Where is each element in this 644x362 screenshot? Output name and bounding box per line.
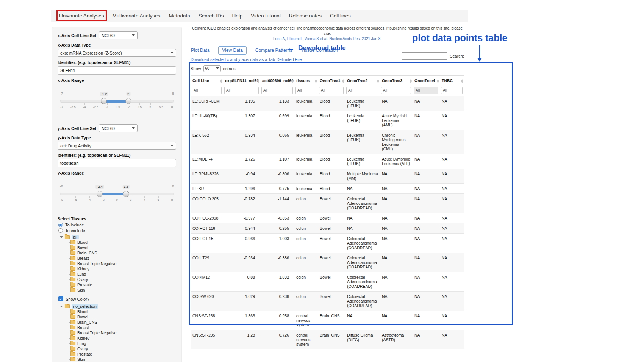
tree-item[interactable]: Prostate — [66, 282, 176, 287]
table-row[interactable]: CO:HCC-2998 -0.977 -0.853 colon Bowel NA… — [191, 213, 464, 223]
tree-root-no-selection[interactable]: no_selection — [60, 304, 176, 309]
show-color-checkbox[interactable]: Show Color? — [58, 296, 176, 301]
tree-item[interactable]: Breast — [66, 256, 176, 261]
column-filter-input[interactable] — [319, 87, 344, 94]
data-points-table: Cell LineexpSLFN11_nci60act609699_nci60t… — [191, 75, 464, 349]
table-row[interactable]: CO:HT29 -0.934 -0.386 colon Bowel Colore… — [191, 253, 464, 272]
nav-tab[interactable]: Video tutorial — [251, 13, 281, 19]
table-row[interactable]: LE:SR 1.296 0.775 leukemia Blood NA NA N… — [191, 183, 464, 193]
tree-item[interactable]: Blood — [66, 309, 176, 314]
column-header[interactable]: OncoTree2 — [345, 75, 380, 86]
column-filter-input[interactable] — [441, 87, 463, 94]
tree-item[interactable]: Brain_CNS — [66, 320, 176, 325]
column-filter-input[interactable] — [261, 87, 293, 94]
sort-icon[interactable] — [291, 79, 294, 83]
table-row[interactable]: CO:KM12 -0.88 -1.032 colon Bowel Colorec… — [191, 272, 464, 291]
column-header[interactable]: expSLFN11_nci60 — [223, 75, 260, 86]
search-input[interactable] — [402, 52, 447, 60]
x-cell-line-set-select[interactable]: NCI-60 — [99, 31, 138, 39]
sort-icon[interactable] — [377, 79, 379, 83]
tree-item[interactable]: Skin — [66, 287, 176, 293]
sort-icon[interactable] — [410, 79, 412, 83]
oncotree4-cell: NA — [413, 111, 440, 130]
nav-tab[interactable]: Help — [232, 13, 242, 19]
y-cell-line-set-select[interactable]: NCI-60 — [99, 124, 138, 132]
tree-item[interactable]: Breast Triple Negative — [66, 261, 176, 266]
tree-item[interactable]: Ovary — [66, 277, 176, 282]
table-row[interactable]: LE:MOLT-4 1.726 1.107 leukemia Blood Leu… — [191, 154, 464, 169]
tree-item[interactable]: Bowel — [66, 314, 176, 320]
column-header[interactable]: TNBC — [440, 75, 464, 86]
column-header[interactable]: Cell Line — [191, 75, 223, 86]
tree-root-all[interactable]: all — [60, 234, 176, 240]
tree-expander-icon[interactable] — [60, 306, 63, 307]
tree-item[interactable]: Kidney — [66, 335, 176, 341]
column-filter-input[interactable] — [381, 87, 411, 94]
tree-item[interactable]: Lung — [66, 272, 176, 277]
table-row[interactable]: CO:HCT-116 -0.944 0.255 colon Bowel NA N… — [191, 223, 464, 233]
table-row[interactable]: LE:K-562 -0.934 0.065 leukemia Blood Leu… — [191, 130, 464, 154]
column-filter-input[interactable] — [346, 87, 378, 94]
nav-tab[interactable]: Metadata — [169, 13, 190, 19]
slider-handle-to[interactable] — [125, 98, 131, 104]
tree-item[interactable]: Breast Triple Negative — [66, 330, 176, 335]
y-identifier-input[interactable] — [58, 159, 176, 167]
tissues-exclude-radio[interactable]: To exclude — [58, 228, 176, 233]
tree-item[interactable]: Ovary — [66, 346, 176, 351]
column-header[interactable]: OncoTree1 — [318, 75, 345, 86]
nav-tab[interactable]: Univariate Analyses — [59, 13, 104, 19]
sort-icon[interactable] — [461, 79, 463, 83]
tree-item[interactable]: Breast — [66, 325, 176, 330]
column-header-label: OncoTree1 — [320, 78, 340, 83]
y-range-slider[interactable]: -8 8 -2.4 1.3 -8-6-4-202468 — [60, 184, 174, 206]
x-data-type-select[interactable]: exp: mRNA Expression (Z-Score) — [58, 49, 176, 57]
tree-item[interactable]: Skin — [66, 357, 176, 362]
table-row[interactable]: LE:CCRF-CEM 1.195 1.133 leukemia Blood L… — [191, 96, 464, 111]
nav-tab[interactable]: Cell lines — [330, 13, 351, 19]
column-filter-input[interactable] — [414, 87, 438, 94]
data-tab[interactable]: View Data — [218, 46, 246, 55]
tree-item[interactable]: Bowel — [66, 245, 176, 250]
slider-handle-to[interactable] — [123, 191, 129, 197]
tnbc-cell: NA — [440, 183, 464, 193]
tree-item[interactable]: Brain_CNS — [66, 250, 176, 256]
table-row[interactable]: CNS:SF-295 1.28 0.726 central nervous sy… — [191, 330, 464, 349]
slider-handle-from[interactable] — [101, 98, 107, 104]
sort-icon[interactable] — [437, 79, 439, 83]
tissues-include-radio[interactable]: To include — [58, 223, 176, 227]
y-data-type-select[interactable]: act: Drug Activity — [58, 142, 176, 150]
table-row[interactable]: CO:HCT-15 -0.966 -1.003 colon Bowel Colo… — [191, 233, 464, 253]
tree-item[interactable]: Kidney — [66, 266, 176, 272]
sort-icon[interactable] — [257, 79, 259, 83]
sort-icon[interactable] — [220, 79, 222, 83]
table-row[interactable]: CNS:SF-268 1.863 0.958 central nervous s… — [191, 311, 464, 330]
column-filter-input[interactable] — [192, 87, 222, 94]
sort-icon[interactable] — [315, 79, 317, 83]
tree-expander-icon[interactable] — [60, 236, 63, 238]
column-header[interactable]: OncoTree4 — [413, 75, 440, 86]
oncotree2-cell: NA — [345, 183, 380, 193]
nav-tab[interactable]: Search IDs — [199, 13, 224, 19]
table-row[interactable]: LE:RPMI-8226 -0.94 -0.806 leukemia Blood… — [191, 169, 464, 183]
column-header[interactable]: tissues — [294, 75, 318, 86]
nav-tab[interactable]: Multivariate Analyses — [113, 13, 161, 19]
table-row[interactable]: CO:COLO 205 -0.782 -1.144 colon Bowel Co… — [191, 193, 464, 213]
column-header[interactable]: act609699_nci60 — [260, 75, 294, 86]
entries-select[interactable]: 60 — [203, 65, 221, 72]
tree-item[interactable]: Blood — [66, 240, 176, 245]
x-range-slider[interactable]: -7 8 -1.2 2 -7-5.5-4-2.5-10.523.556.58 — [60, 92, 174, 113]
column-filter-input[interactable] — [295, 87, 316, 94]
x-data-type-label: x-Axis Data Type — [58, 43, 176, 47]
download-link[interactable]: Download selected x and y axis data as a… — [191, 57, 302, 62]
slider-handle-from[interactable] — [97, 191, 103, 197]
table-row[interactable]: CO:SW-620 -1.029 0.238 colon Bowel Color… — [191, 291, 464, 311]
tree-item[interactable]: Prostate — [66, 351, 176, 357]
nav-tab[interactable]: Release notes — [289, 13, 322, 19]
data-tab[interactable]: Plot Data — [191, 47, 210, 54]
x-identifier-input[interactable] — [58, 66, 176, 75]
sort-icon[interactable] — [342, 79, 344, 83]
column-header[interactable]: OncoTree3 — [380, 75, 413, 86]
tree-item[interactable]: Lung — [66, 341, 176, 346]
table-row[interactable]: LE:HL-60(TB) 1.307 0.699 leukemia Blood … — [191, 111, 464, 130]
column-filter-input[interactable] — [224, 87, 259, 94]
